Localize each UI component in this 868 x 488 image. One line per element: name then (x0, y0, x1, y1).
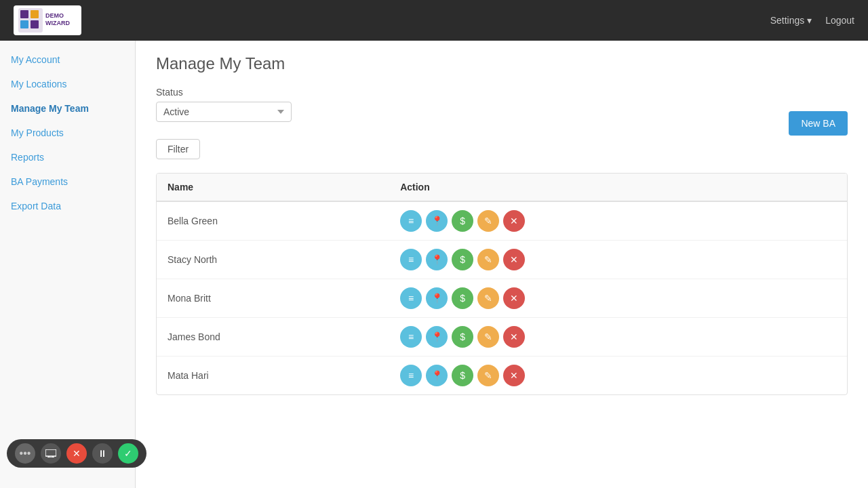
sidebar-item-my-locations[interactable]: My Locations (0, 72, 135, 96)
sidebar-item-export-data[interactable]: Export Data (0, 194, 135, 218)
toolbar-dots-button[interactable]: ••• (15, 443, 35, 464)
sidebar: My Account My Locations Manage My Team M… (0, 41, 136, 488)
col-action: Action (389, 174, 847, 201)
delete-icon-button[interactable]: ✕ (503, 326, 525, 348)
location-icon-button[interactable]: 📍 (426, 326, 448, 348)
team-member-name: Mata Hari (157, 357, 389, 395)
status-left: Status Active Inactive All Filter (156, 87, 292, 159)
table-header-row: Name Action (157, 174, 847, 201)
money-icon-button[interactable]: $ (452, 287, 473, 309)
team-member-name: Stacy North (157, 241, 389, 279)
status-label: Status (156, 87, 292, 98)
sidebar-item-my-account[interactable]: My Account (0, 47, 135, 72)
location-icon-button[interactable]: 📍 (426, 210, 448, 232)
money-icon-button[interactable]: $ (452, 210, 473, 232)
table-row: Mata Hari≡📍$✎✕ (157, 357, 847, 395)
sidebar-item-manage-my-team[interactable]: Manage My Team (0, 96, 135, 121)
delete-icon-button[interactable]: ✕ (503, 249, 525, 270)
action-icons-group: ≡📍$✎✕ (400, 210, 836, 232)
main-content: Manage My Team Status Active Inactive Al… (136, 41, 868, 488)
delete-icon-button[interactable]: ✕ (503, 365, 525, 386)
table-row: Bella Green≡📍$✎✕ (157, 201, 847, 241)
list-icon-button[interactable]: ≡ (400, 326, 422, 348)
team-member-actions: ≡📍$✎✕ (389, 201, 847, 241)
top-bar: DEMO WIZARD Settings Logout (0, 0, 868, 41)
filter-row: Status Active Inactive All Filter New BA (156, 87, 848, 159)
money-icon-button[interactable]: $ (452, 365, 473, 386)
action-icons-group: ≡📍$✎✕ (400, 365, 836, 386)
filter-button[interactable]: Filter (156, 139, 200, 159)
money-icon-button[interactable]: $ (452, 326, 473, 348)
svg-text:DEMO: DEMO (45, 12, 64, 19)
list-icon-button[interactable]: ≡ (400, 365, 422, 386)
svg-rect-7 (45, 449, 56, 456)
location-icon-button[interactable]: 📍 (426, 365, 448, 386)
location-icon-button[interactable]: 📍 (426, 287, 448, 309)
team-member-actions: ≡📍$✎✕ (389, 241, 847, 279)
edit-icon-button[interactable]: ✎ (477, 365, 499, 386)
logout-button[interactable]: Logout (825, 15, 854, 26)
team-member-name: Mona Britt (157, 279, 389, 318)
edit-icon-button[interactable]: ✎ (477, 326, 499, 348)
list-icon-button[interactable]: ≡ (400, 287, 422, 309)
edit-icon-button[interactable]: ✎ (477, 210, 499, 232)
list-icon-button[interactable]: ≡ (400, 249, 422, 270)
status-select[interactable]: Active Inactive All (156, 102, 292, 122)
team-member-name: Bella Green (157, 201, 389, 241)
page-title: Manage My Team (156, 54, 848, 73)
edit-icon-button[interactable]: ✎ (477, 287, 499, 309)
list-icon-button[interactable]: ≡ (400, 210, 422, 232)
team-table: Name Action Bella Green≡📍$✎✕Stacy North≡… (157, 174, 847, 394)
status-section: Status Active Inactive All (156, 87, 292, 122)
delete-icon-button[interactable]: ✕ (503, 210, 525, 232)
team-member-actions: ≡📍$✎✕ (389, 318, 847, 357)
sidebar-item-reports[interactable]: Reports (0, 145, 135, 169)
main-layout: My Account My Locations Manage My Team M… (0, 41, 868, 488)
team-member-actions: ≡📍$✎✕ (389, 279, 847, 318)
money-icon-button[interactable]: $ (452, 249, 473, 270)
col-name: Name (157, 174, 389, 201)
svg-rect-1 (20, 10, 28, 18)
location-icon-button[interactable]: 📍 (426, 249, 448, 270)
action-icons-group: ≡📍$✎✕ (400, 249, 836, 270)
table-row: Mona Britt≡📍$✎✕ (157, 279, 847, 318)
toolbar-check-button[interactable]: ✓ (118, 443, 138, 464)
delete-icon-button[interactable]: ✕ (503, 287, 525, 309)
toolbar-screen-button[interactable] (41, 443, 61, 464)
sidebar-item-ba-payments[interactable]: BA Payments (0, 169, 135, 194)
top-right-nav: Settings Logout (770, 15, 854, 26)
table-row: James Bond≡📍$✎✕ (157, 318, 847, 357)
toolbar-close-button[interactable]: ✕ (66, 443, 87, 464)
settings-button[interactable]: Settings (770, 15, 812, 26)
new-ba-button[interactable]: New BA (789, 111, 848, 136)
action-icons-group: ≡📍$✎✕ (400, 326, 836, 348)
team-table-container: Name Action Bella Green≡📍$✎✕Stacy North≡… (156, 173, 848, 395)
svg-rect-2 (31, 10, 39, 18)
toolbar-pause-button[interactable]: ⏸ (92, 443, 113, 464)
sidebar-item-my-products[interactable]: My Products (0, 121, 135, 145)
svg-text:WIZARD: WIZARD (45, 20, 70, 26)
bottom-toolbar: ••• ✕ ⏸ ✓ (7, 439, 146, 468)
team-member-name: James Bond (157, 318, 389, 357)
team-member-actions: ≡📍$✎✕ (389, 357, 847, 395)
table-row: Stacy North≡📍$✎✕ (157, 241, 847, 279)
svg-rect-4 (31, 20, 39, 28)
logo-box: DEMO WIZARD (14, 5, 81, 35)
edit-icon-button[interactable]: ✎ (477, 249, 499, 270)
logo-area: DEMO WIZARD (14, 5, 81, 35)
svg-rect-3 (20, 20, 28, 28)
action-icons-group: ≡📍$✎✕ (400, 287, 836, 309)
